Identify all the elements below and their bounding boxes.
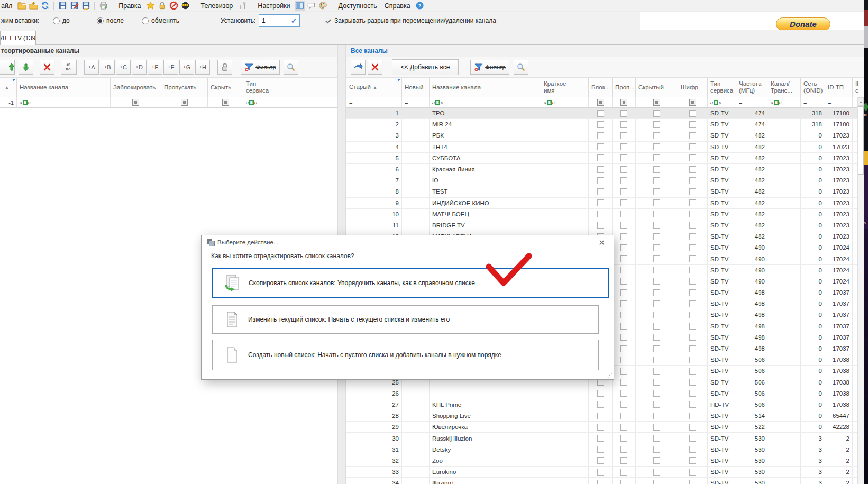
set-number-input[interactable]: 1✓ xyxy=(259,14,300,27)
column-filter-icon[interactable] xyxy=(397,79,400,83)
letter-button-h[interactable]: ±H xyxy=(195,60,210,75)
column-header[interactable]: ▲ xyxy=(0,78,17,97)
filter-cell[interactable] xyxy=(589,97,613,107)
column-header[interactable] xyxy=(269,78,336,97)
checkbox[interactable] xyxy=(620,368,627,375)
checkbox[interactable] xyxy=(689,424,696,431)
filter-cell[interactable]: = xyxy=(801,97,825,107)
checkbox[interactable] xyxy=(597,435,604,442)
print-icon[interactable] xyxy=(98,1,108,11)
checkbox[interactable] xyxy=(653,300,660,307)
checkbox[interactable] xyxy=(653,199,660,206)
checkbox[interactable] xyxy=(689,300,696,307)
column-header[interactable]: Название канала xyxy=(430,78,541,97)
filter-cell[interactable] xyxy=(269,97,336,107)
resize-grip[interactable]: ⋰ xyxy=(607,372,612,378)
checkbox[interactable] xyxy=(597,154,604,161)
filter-cell[interactable]: аBс xyxy=(17,97,111,107)
checkbox[interactable] xyxy=(653,469,660,476)
search-button[interactable] xyxy=(284,60,298,75)
column-header[interactable]: Сеть(ONID) xyxy=(801,78,825,97)
scrollbar-thumb[interactable] xyxy=(858,106,864,175)
filter-cell[interactable] xyxy=(613,97,636,107)
back-arrow-button[interactable] xyxy=(351,60,366,75)
table-row[interactable]: 7ЮSD-TV482017023 xyxy=(346,175,864,186)
search-button[interactable] xyxy=(514,60,528,75)
checkbox[interactable] xyxy=(597,379,604,386)
checkbox[interactable] xyxy=(620,188,627,195)
checkbox[interactable] xyxy=(689,345,696,352)
close-gap-checkbox[interactable]: Закрывать разрыв при перемещении/удалени… xyxy=(324,12,496,30)
menu-help[interactable]: Справка xyxy=(381,2,414,10)
checkbox[interactable] xyxy=(653,278,660,285)
checkbox[interactable] xyxy=(689,480,696,484)
checkbox[interactable] xyxy=(689,110,696,117)
filter-cell[interactable]: = xyxy=(825,97,853,107)
filter-checkbox[interactable] xyxy=(597,99,604,106)
filter-checkbox[interactable] xyxy=(132,99,139,106)
checkbox[interactable] xyxy=(620,446,627,453)
checkbox[interactable] xyxy=(597,424,604,431)
checkbox[interactable] xyxy=(653,357,660,363)
checkbox[interactable] xyxy=(597,143,604,150)
checkbox[interactable] xyxy=(653,166,660,173)
close-icon[interactable]: ✕ xyxy=(598,239,605,246)
checkbox[interactable] xyxy=(689,368,696,375)
checkbox[interactable] xyxy=(620,244,627,251)
radio-icon[interactable] xyxy=(142,17,149,24)
comment-icon[interactable] xyxy=(306,1,317,11)
table-row[interactable]: 11BRIDGE TVSD-TV482017023 xyxy=(346,220,864,231)
checkbox[interactable] xyxy=(689,255,696,262)
filter-cell[interactable] xyxy=(636,97,678,107)
letter-button-f[interactable]: ±F xyxy=(163,60,178,75)
checkbox[interactable] xyxy=(653,255,660,262)
checkbox[interactable] xyxy=(597,121,604,128)
menu-accessibility[interactable]: Доступность xyxy=(335,2,381,10)
save-edit-icon[interactable] xyxy=(69,1,79,11)
ninja-face-icon[interactable] xyxy=(180,1,190,11)
filter-cell[interactable] xyxy=(111,97,161,107)
checkbox[interactable] xyxy=(597,446,604,453)
column-header[interactable]: Краткоеимя xyxy=(541,78,589,97)
checkbox[interactable] xyxy=(689,435,696,442)
column-filter-icon[interactable] xyxy=(12,79,15,83)
delete-button[interactable] xyxy=(368,60,382,75)
move-down-button[interactable] xyxy=(19,60,33,75)
column-header[interactable]: Проп... xyxy=(613,78,636,97)
checkbox[interactable] xyxy=(653,222,660,229)
checkbox[interactable] xyxy=(620,211,627,217)
checkbox[interactable] xyxy=(689,334,696,341)
filter-cell[interactable]: аBс xyxy=(541,97,589,107)
checkbox[interactable] xyxy=(689,188,696,195)
checkbox[interactable] xyxy=(689,177,696,184)
checkbox[interactable] xyxy=(620,390,627,397)
column-header[interactable]: Старый▲ xyxy=(346,78,402,97)
checkbox[interactable] xyxy=(597,211,604,217)
checkbox[interactable] xyxy=(653,267,660,273)
checkbox[interactable] xyxy=(597,177,604,184)
table-row[interactable]: 9ИНДИЙСКОЕ КИНОSD-TV482017023 xyxy=(346,198,864,209)
radio-swap[interactable]: обменять xyxy=(142,12,179,30)
checkbox-icon[interactable] xyxy=(324,17,331,24)
checkbox[interactable] xyxy=(620,435,627,442)
table-row[interactable]: 4ТНТ4SD-TV482017023 xyxy=(346,142,864,153)
filter-cell[interactable]: = xyxy=(346,97,402,107)
table-row[interactable]: 10МАТЧ! БОЕЦSD-TV482017023 xyxy=(346,209,864,220)
filter-cell[interactable]: аBс xyxy=(768,97,801,107)
checkbox[interactable] xyxy=(620,233,627,240)
radio-after[interactable]: после xyxy=(97,12,124,30)
donate-button[interactable]: Donate xyxy=(776,17,830,31)
checkbox[interactable] xyxy=(689,413,696,419)
checkbox[interactable] xyxy=(597,199,604,206)
checkbox[interactable] xyxy=(597,457,604,464)
filter-cell[interactable]: -1 xyxy=(0,97,17,107)
checkbox[interactable] xyxy=(620,312,627,318)
checkbox[interactable] xyxy=(653,345,660,352)
table-row[interactable]: 30Russkij illuzionSD-TV53032 xyxy=(346,433,864,444)
checkbox[interactable] xyxy=(653,244,660,251)
checkbox[interactable] xyxy=(620,345,627,352)
checkbox[interactable] xyxy=(597,390,604,397)
filter-checkbox[interactable] xyxy=(620,99,627,106)
checkbox[interactable] xyxy=(689,379,696,386)
save-icon[interactable] xyxy=(57,1,68,11)
